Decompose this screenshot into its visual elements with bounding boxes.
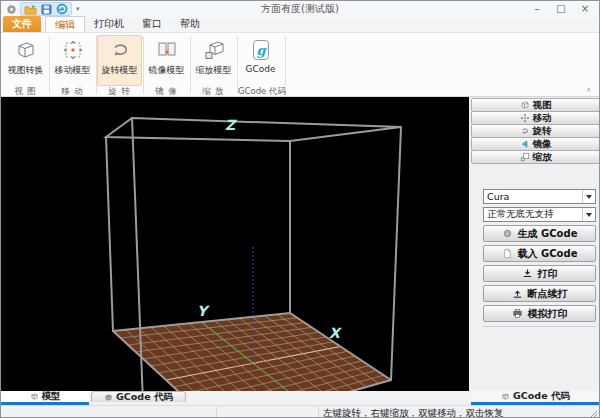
print-arrow-icon [522,268,533,279]
resize-grip[interactable] [590,410,598,418]
resume-arrow-icon [512,288,523,299]
action-label: 载入 GCode [518,247,578,261]
menu-window[interactable]: 窗口 [133,16,171,32]
title-bar: ▾ 方面有度(测试版) – □ × [1,1,599,17]
qat-group [20,2,72,16]
view-transform-button[interactable]: 视图转换 [3,35,48,86]
status-hint: 左键旋转，右键缩放，双键移动，双击恢复 [323,407,504,418]
tab-gcode[interactable]: GCode 代码 [91,391,186,402]
sidebar-rotate-button[interactable]: 旋转 [471,124,600,138]
move-icon [520,113,530,123]
cube-icon [501,392,510,401]
ribbon-group-move: 移 动 [50,86,95,97]
action-label: 打印 [538,267,558,281]
gcode-doc-icon: g [248,38,274,62]
ribbon-group-rotate: 旋 转 [97,86,142,97]
window-title: 方面有度(测试版) [1,2,599,16]
divider [216,407,217,418]
divider [318,407,319,418]
divider [483,326,596,327]
3d-viewport[interactable]: Z Y X [1,97,469,391]
ribbon: 视图转换 移动模型 旋转模型 镜像模型 缩放模型 [1,33,599,97]
menu-bar: 文件 编辑 打印机 窗口 帮助 [1,17,599,33]
sidebar-tab-gcode[interactable]: GCode 代码 [471,391,600,402]
scale-model-button[interactable]: 缩放模型 [191,35,236,86]
move-model-button[interactable]: 移动模型 [50,35,95,86]
quick-access-toolbar: ▾ [1,2,80,16]
mirror-icon [520,139,530,149]
rotate-icon [520,126,530,136]
simulate-print-button[interactable]: 模拟打印 [483,305,596,322]
sidebar-tool-label: 视图 [533,99,552,112]
right-sidebar: 视图 移动 旋转 镜像 缩放 Cura [471,97,600,391]
ribbon-button-label: GCode [245,64,275,74]
cube-icon [13,38,39,62]
tab-model[interactable]: 模型 [1,391,89,402]
menu-file[interactable]: 文件 [3,16,41,32]
app-window: ▾ 方面有度(测试版) – □ × 文件 编辑 打印机 窗口 帮助 视图转换 移… [0,0,600,418]
tab-label: GCode 代码 [116,391,173,404]
rotate-model-button[interactable]: 旋转模型 [97,35,142,86]
open-file-button[interactable] [23,3,37,16]
maximize-button[interactable]: □ [549,1,573,17]
menu-help[interactable]: 帮助 [171,16,209,32]
sidebar-tool-label: 镜像 [533,138,552,151]
action-label: 模拟打印 [528,307,568,321]
ribbon-button-label: 旋转模型 [102,64,138,77]
gcode-button[interactable]: g GCode [238,35,283,86]
bottom-tab-bar: 模型 GCode 代码 GCode 代码 [1,391,599,405]
save-button[interactable] [39,3,53,16]
minimize-button[interactable]: – [525,1,549,17]
sidebar-move-button[interactable]: 移动 [471,111,600,125]
main-area: Z Y X 视图 移动 旋转 镜像 [1,97,599,391]
dropdown-arrow-icon [582,190,595,203]
mode-select-value: 正常无底无支持 [484,208,582,221]
generate-gcode-button[interactable]: 生成 GCode [483,225,596,242]
sidebar-scale-button[interactable]: 缩放 [471,150,600,164]
sync-button[interactable] [55,3,69,16]
ribbon-group-gcode: GCode 代码 [238,86,286,97]
resume-print-button[interactable]: 断点续打 [483,285,596,302]
scale-icon [201,38,227,62]
sidebar-view-button[interactable]: 视图 [471,98,600,112]
sidebar-tool-label: 缩放 [533,151,552,164]
sidebar-tool-label: 旋转 [533,125,552,138]
action-label: 生成 GCode [518,227,578,241]
engine-select[interactable]: Cura [483,189,596,204]
gear-icon [502,228,513,239]
menu-printer[interactable]: 打印机 [85,16,133,32]
ribbon-group-mirror: 镜 像 [144,86,189,97]
sidebar-mirror-button[interactable]: 镜像 [471,137,600,151]
ribbon-button-label: 镜像模型 [149,64,185,77]
scale-icon [520,152,530,162]
ribbon-button-label: 视图转换 [8,64,44,77]
cube-icon [30,392,39,401]
qat-more-icon[interactable]: ▾ [76,5,80,13]
ribbon-button-label: 缩放模型 [196,64,232,77]
menu-edit[interactable]: 编辑 [45,16,85,32]
mirror-icon [154,38,180,62]
window-controls: – □ × [525,1,597,17]
ribbon-group-view: 视 图 [3,86,48,97]
close-button[interactable]: × [573,1,597,17]
app-icon [4,3,18,16]
file-icon [502,248,513,259]
status-bar: 左键旋转，右键缩放，双键移动，双击恢复 [1,405,599,418]
printer-icon [512,308,523,319]
action-label: 断点续打 [528,287,568,301]
move-icon [60,38,86,62]
load-gcode-button[interactable]: 载入 GCode [483,245,596,262]
cube-icon [104,393,113,402]
rotate-icon [107,38,133,62]
dropdown-arrow-icon [582,208,595,221]
sidebar-tool-label: 移动 [533,112,552,125]
cube-icon [520,100,530,110]
build-volume-scene: Z Y X [1,97,469,391]
slicer-panel: Cura 正常无底无支持 生成 GCode 载入 GCode 打 [483,189,596,327]
ribbon-button-label: 移动模型 [55,64,91,77]
engine-select-value: Cura [484,191,582,202]
ribbon-group-scale: 缩 放 [191,86,236,97]
mirror-model-button[interactable]: 镜像模型 [144,35,189,86]
print-button[interactable]: 打印 [483,265,596,282]
mode-select[interactable]: 正常无底无支持 [483,207,596,222]
